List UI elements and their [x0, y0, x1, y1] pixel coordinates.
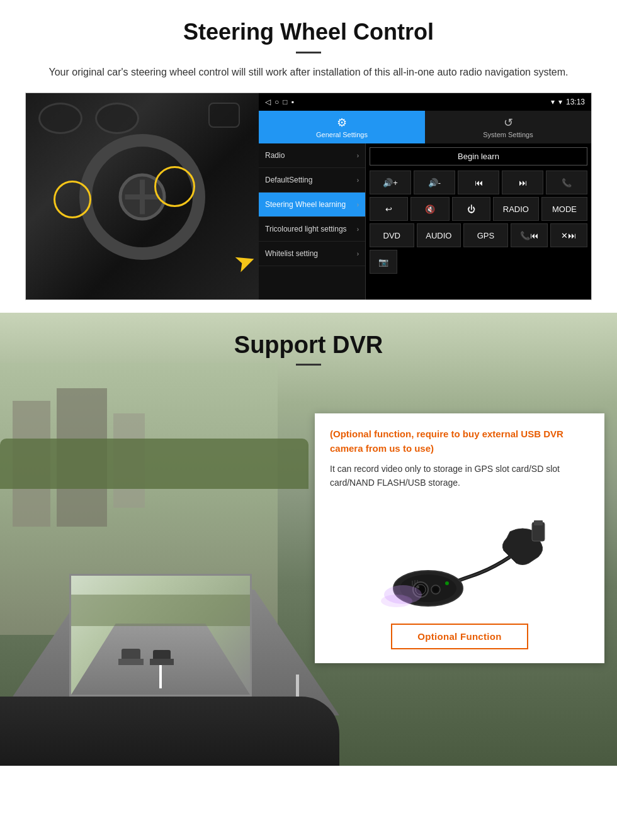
- steering-section: Steering Wheel Control Your original car…: [0, 0, 617, 300]
- menu-item-tricoloured[interactable]: Tricoloured light settings ›: [259, 217, 365, 242]
- nav-back: ◁: [265, 98, 271, 106]
- phone-btn[interactable]: 📞: [546, 171, 587, 194]
- android-statusbar: ◁ ○ □ ▪ ▾ ▾ 13:13: [259, 93, 591, 111]
- tab-general[interactable]: ⚙ General Settings: [259, 111, 425, 143]
- menu-steering-label: Steering Wheel learning: [265, 200, 346, 209]
- dvr-camera-icon: 📷: [378, 257, 388, 267]
- svg-point-8: [433, 587, 438, 592]
- steering-description: Your original car's steering wheel contr…: [25, 65, 592, 80]
- dvr-optional-text: (Optional function, require to buy exter…: [330, 427, 589, 456]
- power-icon: ⏻: [467, 204, 475, 214]
- menu-panel: Radio › DefaultSetting › Steering Wheel …: [259, 143, 366, 300]
- volume-down-btn[interactable]: 🔊-: [414, 171, 455, 194]
- next-track-icon: ⏭: [519, 178, 527, 188]
- phone-prev-btn[interactable]: 📞⏮: [511, 223, 548, 247]
- dvr-info-card: (Optional function, require to buy exter…: [315, 413, 604, 663]
- menu-item-default[interactable]: DefaultSetting ›: [259, 168, 365, 193]
- tab-system[interactable]: ↺ System Settings: [425, 111, 591, 143]
- steering-wheel-image: ➤: [26, 93, 259, 300]
- audio-btn[interactable]: AUDIO: [417, 223, 461, 247]
- mute-icon: 🔇: [425, 204, 435, 214]
- chevron-default-icon: ›: [357, 177, 359, 184]
- menu-radio-label: Radio: [265, 151, 285, 160]
- steering-screenshot: ➤ ◁ ○ □ ▪ ▾ ▾ 13:13 ⚙ General Settings: [25, 92, 592, 300]
- chevron-radio-icon: ›: [357, 152, 359, 159]
- back-icon: ↩: [385, 204, 392, 214]
- system-settings-icon: ↺: [504, 116, 513, 130]
- control-row-2: ↩ 🔇 ⏻ RADIO MODE: [370, 197, 587, 221]
- dvd-btn[interactable]: DVD: [370, 223, 414, 247]
- dvr-icon-btn[interactable]: 📷: [370, 250, 397, 274]
- prev-track-icon: ⏮: [475, 178, 483, 188]
- prev-track-btn[interactable]: ⏮: [458, 171, 499, 194]
- svg-point-14: [381, 595, 412, 607]
- nav-media: ▪: [292, 98, 294, 106]
- steering-title: Steering Wheel Control: [25, 19, 592, 45]
- menu-default-label: DefaultSetting: [265, 176, 312, 184]
- chevron-steering-icon: ›: [357, 201, 359, 208]
- statusbar-time: 13:13: [566, 98, 585, 106]
- gps-btn[interactable]: GPS: [463, 223, 508, 247]
- signal-icon: ▾: [551, 98, 555, 106]
- camera-device-svg: [365, 513, 554, 613]
- x-next-btn[interactable]: ✕⏭: [550, 223, 587, 247]
- controls-panel: Begin learn 🔊+ 🔊- ⏮: [366, 143, 591, 300]
- x-next-icon: ✕⏭: [561, 231, 576, 240]
- dvr-description: It can record video only to storage in G…: [330, 462, 589, 490]
- mode-btn[interactable]: MODE: [541, 197, 587, 221]
- chevron-whitelist-icon: ›: [357, 250, 359, 257]
- svg-rect-1: [534, 520, 543, 525]
- menu-item-steering[interactable]: Steering Wheel learning ›: [259, 193, 365, 217]
- begin-learn-button[interactable]: Begin learn: [370, 147, 587, 165]
- menu-whitelist-label: Whitelist setting: [265, 249, 318, 258]
- power-btn[interactable]: ⏻: [452, 197, 490, 221]
- optional-function-button[interactable]: Optional Function: [391, 624, 528, 649]
- road-line: [159, 663, 162, 688]
- next-track-btn[interactable]: ⏭: [502, 171, 543, 194]
- dvr-title-area: Support DVR: [0, 313, 617, 366]
- android-content: Radio › DefaultSetting › Steering Wheel …: [259, 143, 591, 300]
- back-btn[interactable]: ↩: [370, 197, 408, 221]
- volume-up-icon: 🔊+: [383, 178, 398, 188]
- svg-point-12: [445, 581, 449, 585]
- general-settings-icon: ⚙: [337, 116, 347, 130]
- volume-down-icon: 🔊-: [428, 178, 441, 188]
- phone-prev-icon: 📞⏮: [520, 231, 538, 240]
- dvr-section: Support DVR (Optional function, require …: [0, 313, 617, 766]
- tab-system-label: System Settings: [483, 131, 533, 138]
- phone-icon: 📞: [562, 178, 572, 188]
- menu-item-radio[interactable]: Radio ›: [259, 143, 365, 168]
- dvr-title: Support DVR: [0, 332, 617, 359]
- control-row-4: 📷: [370, 250, 587, 274]
- tab-general-label: General Settings: [316, 131, 368, 138]
- audio-label: AUDIO: [426, 231, 451, 240]
- control-row-3: DVD AUDIO GPS 📞⏮ ✕⏭: [370, 223, 587, 247]
- begin-learn-row: Begin learn: [370, 147, 587, 165]
- dvr-small-view: [69, 574, 252, 697]
- gps-label: GPS: [477, 231, 494, 240]
- control-row-1: 🔊+ 🔊- ⏮ ⏭ 📞: [370, 171, 587, 194]
- mode-label: MODE: [552, 204, 577, 214]
- chevron-tricoloured-icon: ›: [357, 226, 359, 233]
- wifi-icon: ▾: [558, 98, 562, 106]
- radio-btn[interactable]: RADIO: [493, 197, 539, 221]
- left-circle-highlight: [54, 181, 91, 218]
- title-divider: [296, 52, 321, 53]
- menu-tricoloured-label: Tricoloured light settings: [265, 225, 347, 233]
- menu-item-whitelist[interactable]: Whitelist setting ›: [259, 242, 365, 266]
- nav-home: ○: [275, 98, 279, 106]
- volume-up-btn[interactable]: 🔊+: [370, 171, 411, 194]
- android-tabs: ⚙ General Settings ↺ System Settings: [259, 111, 591, 143]
- nav-recent: □: [283, 98, 287, 106]
- dvd-label: DVD: [383, 231, 400, 240]
- dvr-divider: [296, 364, 321, 366]
- radio-label: RADIO: [503, 204, 529, 214]
- mute-btn[interactable]: 🔇: [410, 197, 449, 221]
- android-ui: ◁ ○ □ ▪ ▾ ▾ 13:13 ⚙ General Settings ↺ S…: [259, 93, 591, 300]
- dvr-camera-image: [330, 500, 589, 613]
- svg-point-6: [417, 586, 419, 588]
- right-circle-highlight: [154, 166, 195, 207]
